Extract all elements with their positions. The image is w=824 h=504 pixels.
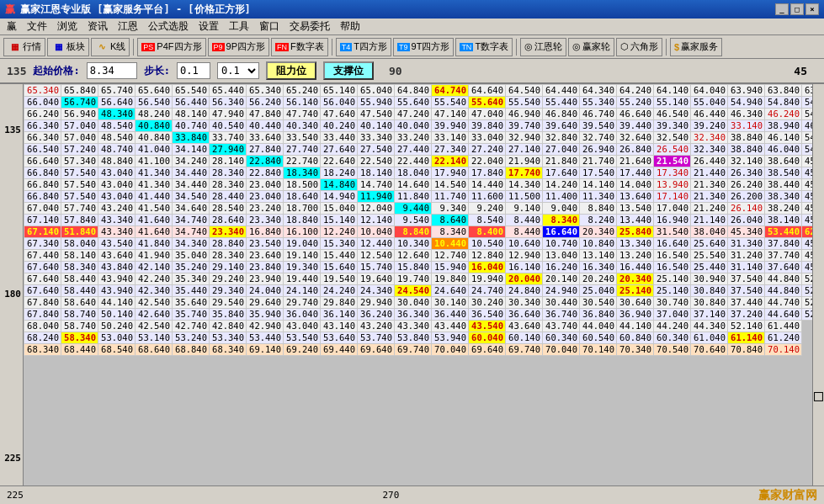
- resistance-button[interactable]: 阻力位: [266, 61, 316, 80]
- table-row: 68.040 58.740 50.240 42.540 42.740 42.84…: [24, 321, 813, 332]
- table-cell: 35.940: [247, 309, 284, 321]
- table-cell: 19.640: [358, 273, 395, 285]
- window-controls[interactable]: _ □ ×: [775, 3, 819, 15]
- table-cell: 24.040: [247, 285, 284, 297]
- table-cell: 27.640: [321, 144, 358, 156]
- table-cell: 26.340: [728, 167, 765, 179]
- toolbar-sector[interactable]: ▦ 板块: [47, 38, 89, 56]
- table-cell: 40.340: [284, 120, 321, 132]
- menu-jianen[interactable]: 江恩: [113, 19, 143, 34]
- table-cell: 45.840: [802, 167, 813, 179]
- table-cell: 13.240: [617, 250, 654, 262]
- table-cell: 55.540: [432, 97, 469, 109]
- sep3: [516, 39, 517, 56]
- table-cell: 54.940: [728, 97, 765, 109]
- table-cell: 19.540: [321, 273, 358, 285]
- table-cell: 43.140: [321, 321, 358, 332]
- table-cell: 53.540: [284, 332, 321, 344]
- table-cell: 60.340: [654, 332, 691, 344]
- table-row: 66.640 57.340 48.840 41.100 34.240 28.14…: [24, 156, 813, 167]
- toolbar-kline[interactable]: ∿ K线: [91, 38, 130, 56]
- table-cell: 24.140: [284, 285, 321, 297]
- close-button[interactable]: ×: [805, 3, 819, 15]
- table-cell: 26.140: [728, 203, 765, 215]
- table-cell: 41.100: [136, 156, 173, 167]
- table-cell: 33.440: [321, 132, 358, 144]
- toolbar-winner-wheel[interactable]: ◎ 赢家轮: [568, 38, 614, 56]
- table-cell: 25.640: [691, 238, 728, 250]
- menu-browse[interactable]: 浏览: [52, 19, 82, 34]
- table-cell: 56.040: [321, 97, 358, 109]
- table-cell: 48.740: [98, 144, 136, 156]
- table-cell: 47.940: [210, 109, 247, 120]
- table-cell: 69.440: [321, 344, 358, 356]
- table-cell: 36.640: [506, 309, 543, 321]
- table-cell-highlight: 20.340: [617, 273, 654, 285]
- table-cell: 68.640: [136, 344, 173, 356]
- table-cell: 35.240: [173, 262, 210, 273]
- table-cell: 57.540: [61, 191, 98, 203]
- table-cell: 15.940: [432, 262, 469, 273]
- toolbar-t4f[interactable]: T4 T四方形: [336, 38, 391, 56]
- table-cell: 64.640: [469, 85, 506, 97]
- menu-win[interactable]: 赢: [2, 19, 22, 34]
- table-cell: 18.840: [284, 215, 321, 226]
- start-price-input[interactable]: [87, 62, 137, 79]
- t9-badge: T9: [397, 43, 410, 51]
- menu-info[interactable]: 资讯: [82, 19, 113, 34]
- table-cell: 58.740: [61, 309, 98, 321]
- toolbar-jianen-wheel[interactable]: ◎ 江恩轮: [520, 38, 566, 56]
- toolbar-t4f-label: T四方形: [354, 40, 387, 53]
- toolbar-market[interactable]: ▦ 行情: [3, 38, 45, 56]
- table-row: 67.640 58.340 43.840 42.140 35.240 29.14…: [24, 262, 813, 273]
- table-cell: 55.640: [395, 97, 432, 109]
- table-cell: 28.340: [210, 250, 247, 262]
- step-input[interactable]: [177, 62, 210, 79]
- toolbar-9t[interactable]: T9 9T四方形: [393, 38, 454, 56]
- toolbar-fn[interactable]: FN F数字表: [271, 38, 328, 56]
- step-select[interactable]: 0.1 0.2 0.5 1: [217, 62, 259, 79]
- table-cell: 66.640: [24, 156, 61, 167]
- table-cell: 46.440: [691, 109, 728, 120]
- table-cell: 19.140: [284, 250, 321, 262]
- table-cell: 43.540: [98, 238, 136, 250]
- table-cell: 35.040: [173, 250, 210, 262]
- start-price-label: 起始价格:: [33, 64, 79, 78]
- table-cell-highlight: 22.840: [247, 156, 284, 167]
- menu-help[interactable]: 帮助: [335, 19, 365, 34]
- toolbar-sector-label: 板块: [66, 40, 85, 53]
- table-cell-highlight: 55.640: [469, 97, 506, 109]
- table-cell: 67.840: [24, 309, 61, 321]
- toolbar-tn[interactable]: TN T数字表: [455, 38, 513, 56]
- menu-window[interactable]: 窗口: [254, 19, 284, 34]
- table-row: 66.840 57.540 43.040 41.340 34.440 28.34…: [24, 179, 813, 191]
- menu-settings[interactable]: 设置: [194, 19, 224, 34]
- table-cell: 56.540: [136, 97, 173, 109]
- table-cell: 55.340: [580, 97, 617, 109]
- minimize-button[interactable]: _: [775, 3, 789, 15]
- toolbar-hexagon[interactable]: ⬡ 六角形: [616, 38, 662, 56]
- table-cell: 42.640: [136, 309, 173, 321]
- maximize-button[interactable]: □: [790, 3, 804, 15]
- toolbar-9pf[interactable]: P9 9P四方形: [208, 38, 269, 56]
- menu-file[interactable]: 文件: [22, 19, 52, 34]
- menu-tools[interactable]: 工具: [224, 19, 254, 34]
- p9-badge: P9: [212, 43, 225, 51]
- table-cell: 27.340: [432, 144, 469, 156]
- support-button[interactable]: 支撑位: [323, 61, 374, 80]
- table-cell: 38.840: [728, 132, 765, 144]
- table-cell: 35.340: [173, 273, 210, 285]
- toolbar-p4f[interactable]: PS P4F四方形: [137, 38, 205, 56]
- toolbar-service[interactable]: $ 赢家服务: [670, 38, 722, 56]
- table-cell-highlight: 20.040: [506, 273, 543, 285]
- table-cell: 31.340: [728, 238, 765, 250]
- table-cell: 20.340: [580, 226, 617, 238]
- table-cell: 27.740: [284, 144, 321, 156]
- table-cell: 69.140: [247, 344, 284, 356]
- menu-formula[interactable]: 公式选股: [143, 19, 194, 34]
- menu-trade[interactable]: 交易委托: [284, 19, 335, 34]
- grid-scroll[interactable]: 65.340 65.840 65.740 65.640 65.540 65.44…: [24, 84, 812, 504]
- table-cell: 65.140: [321, 85, 358, 97]
- table-cell: 48.140: [173, 109, 210, 120]
- hexagon-icon: ⬡: [620, 41, 629, 52]
